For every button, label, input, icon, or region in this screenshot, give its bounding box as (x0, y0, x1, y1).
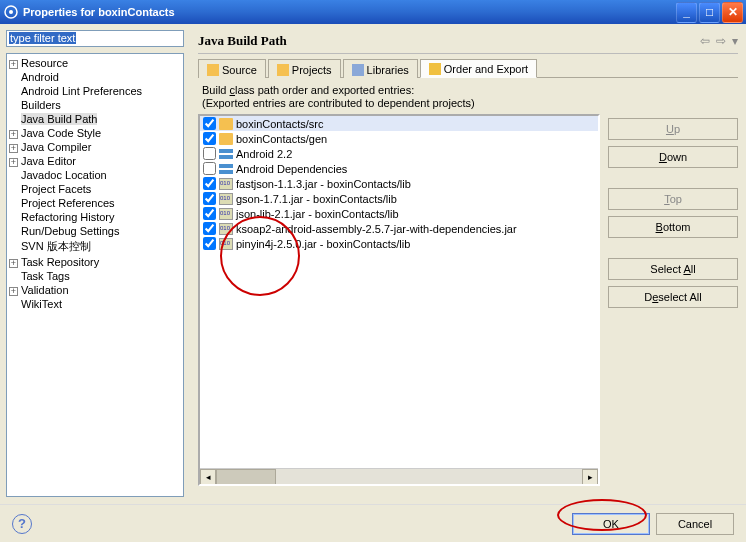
left-pane: type filter text +ResourceAndroidAndroid… (0, 24, 190, 504)
expand-icon[interactable]: + (9, 287, 18, 296)
ok-button[interactable]: OK (572, 513, 650, 535)
expand-icon[interactable]: + (9, 158, 18, 167)
button-column: Up Down Top Bottom Select All Deselect A… (608, 114, 738, 486)
top-button[interactable]: Top (608, 188, 738, 210)
horizontal-scrollbar[interactable]: ◂ ▸ (200, 468, 598, 484)
tree-item[interactable]: Refactoring History (9, 210, 183, 224)
tree-item[interactable]: Android Lint Preferences (9, 84, 183, 98)
cancel-button[interactable]: Cancel (656, 513, 734, 535)
scroll-left-icon[interactable]: ◂ (200, 469, 216, 485)
deselect-all-button[interactable]: Deselect All (608, 286, 738, 308)
tab-projects[interactable]: Projects (268, 59, 341, 78)
entry-checkbox[interactable] (203, 222, 216, 235)
tree-item[interactable]: Run/Debug Settings (9, 224, 183, 238)
tree-item[interactable]: Java Build Path (9, 112, 183, 126)
titlebar: Properties for boxinContacts _ □ ✕ (0, 0, 746, 24)
tree-item[interactable]: +Java Editor (9, 154, 183, 168)
list-item[interactable]: json-lib-2.1.jar - boxinContacts/lib (200, 206, 598, 221)
tree-item[interactable]: +Resource (9, 56, 183, 70)
tree-item[interactable]: SVN 版本控制 (9, 238, 183, 255)
jar-icon (219, 193, 233, 205)
expand-icon[interactable]: + (9, 144, 18, 153)
entry-checkbox[interactable] (203, 147, 216, 160)
list-item[interactable]: boxinContacts/src (200, 116, 598, 131)
tree-item[interactable]: WikiText (9, 297, 183, 311)
entry-checkbox[interactable] (203, 237, 216, 250)
tree-item[interactable]: +Validation (9, 283, 183, 297)
tab-order-and-export[interactable]: Order and Export (420, 59, 537, 78)
tree-item[interactable]: Task Tags (9, 269, 183, 283)
tree-item[interactable]: +Java Compiler (9, 140, 183, 154)
description: Build class path order and exported entr… (198, 78, 738, 114)
minimize-button[interactable]: _ (676, 2, 697, 23)
maximize-button[interactable]: □ (699, 2, 720, 23)
jar-icon (219, 238, 233, 250)
source-icon (207, 64, 219, 76)
expand-icon[interactable]: + (9, 130, 18, 139)
entries-list[interactable]: boxinContacts/srcboxinContacts/genAndroi… (198, 114, 600, 486)
category-tree[interactable]: +ResourceAndroidAndroid Lint Preferences… (6, 53, 184, 497)
filter-input[interactable]: type filter text (9, 32, 76, 44)
entry-checkbox[interactable] (203, 162, 216, 175)
list-item[interactable]: Android 2.2 (200, 146, 598, 161)
entry-checkbox[interactable] (203, 192, 216, 205)
svg-point-1 (9, 10, 13, 14)
jar-icon (219, 178, 233, 190)
down-button[interactable]: Down (608, 146, 738, 168)
back-icon[interactable]: ⇦ (700, 34, 710, 48)
library-icon (219, 149, 233, 159)
list-item[interactable]: Android Dependencies (200, 161, 598, 176)
list-item[interactable]: boxinContacts/gen (200, 131, 598, 146)
tree-item[interactable]: +Java Code Style (9, 126, 183, 140)
close-button[interactable]: ✕ (722, 2, 743, 23)
right-pane: Java Build Path ⇦ ⇨ ▾ SourceProjectsLibr… (190, 24, 746, 504)
tree-item[interactable]: Project Facets (9, 182, 183, 196)
scroll-right-icon[interactable]: ▸ (582, 469, 598, 485)
window-title: Properties for boxinContacts (23, 6, 175, 18)
tab-libraries[interactable]: Libraries (343, 59, 418, 78)
tab-bar: SourceProjectsLibrariesOrder and Export (198, 58, 738, 78)
list-item[interactable]: ksoap2-android-assembly-2.5.7-jar-with-d… (200, 221, 598, 236)
app-icon (3, 4, 19, 20)
folder-icon (219, 118, 233, 130)
jar-icon (219, 223, 233, 235)
list-item[interactable]: gson-1.7.1.jar - boxinContacts/lib (200, 191, 598, 206)
libraries-icon (352, 64, 364, 76)
up-button[interactable]: Up (608, 118, 738, 140)
tree-item[interactable]: Javadoc Location (9, 168, 183, 182)
tree-item[interactable]: Builders (9, 98, 183, 112)
projects-icon (277, 64, 289, 76)
entry-checkbox[interactable] (203, 207, 216, 220)
entry-checkbox[interactable] (203, 117, 216, 130)
entry-checkbox[interactable] (203, 132, 216, 145)
list-item[interactable]: fastjson-1.1.3.jar - boxinContacts/lib (200, 176, 598, 191)
bottom-button[interactable]: Bottom (608, 216, 738, 238)
folder-icon (219, 133, 233, 145)
forward-icon[interactable]: ⇨ (716, 34, 726, 48)
entry-checkbox[interactable] (203, 177, 216, 190)
expand-icon[interactable]: + (9, 60, 18, 69)
jar-icon (219, 208, 233, 220)
library-icon (219, 164, 233, 174)
list-item[interactable]: pinyin4j-2.5.0.jar - boxinContacts/lib (200, 236, 598, 251)
order-icon (429, 63, 441, 75)
page-title: Java Build Path (198, 33, 287, 49)
scroll-thumb[interactable] (216, 469, 276, 485)
tree-item[interactable]: Android (9, 70, 183, 84)
expand-icon[interactable]: + (9, 259, 18, 268)
menu-icon[interactable]: ▾ (732, 34, 738, 48)
tree-item[interactable]: +Task Repository (9, 255, 183, 269)
tree-item[interactable]: Project References (9, 196, 183, 210)
footer: ? OK Cancel (0, 504, 746, 542)
select-all-button[interactable]: Select All (608, 258, 738, 280)
help-icon[interactable]: ? (12, 514, 32, 534)
tab-source[interactable]: Source (198, 59, 266, 78)
